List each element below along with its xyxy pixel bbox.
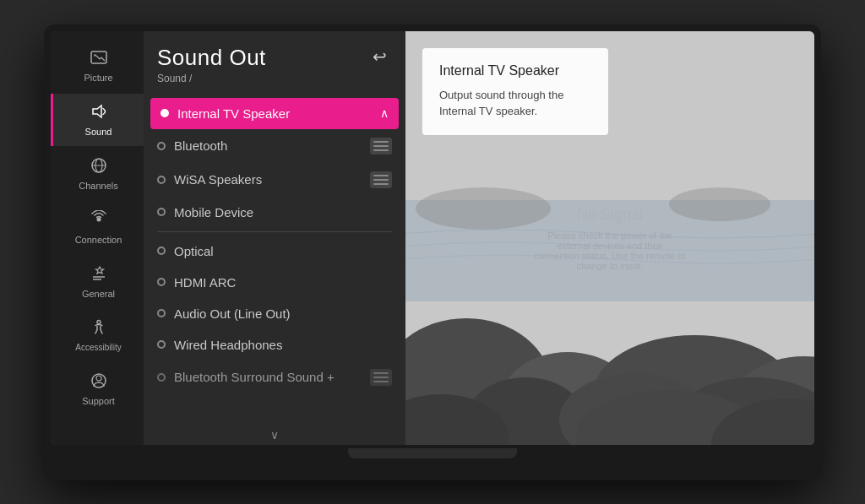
menu-header: Sound Out Sound / ↩: [144, 31, 405, 91]
radio-bt-surround: [157, 373, 166, 382]
sidebar-item-accessibility[interactable]: Accessibility: [51, 310, 144, 361]
menu-item-optical[interactable]: Optical: [144, 236, 405, 267]
svg-point-1: [94, 54, 95, 56]
back-button[interactable]: ↩: [367, 45, 392, 68]
sidebar-item-channels-label: Channels: [79, 181, 117, 192]
sidebar-item-picture-label: Picture: [84, 73, 112, 84]
sidebar-item-sound[interactable]: Sound: [51, 94, 144, 146]
no-signal-area: No Signal Please check the power of the …: [534, 205, 686, 270]
sidebar-item-support-label: Support: [82, 396, 115, 407]
sidebar-item-connection[interactable]: Connection: [51, 202, 144, 254]
svg-rect-0: [91, 51, 106, 63]
list-icon-line: [373, 149, 389, 151]
connection-icon: [90, 210, 108, 231]
list-icon-line: [373, 183, 389, 185]
menu-divider: [157, 231, 392, 232]
sidebar-item-channels[interactable]: Channels: [51, 148, 144, 200]
radio-audio-out: [157, 309, 166, 317]
list-icon-bluetooth: [370, 138, 392, 154]
menu-item-hdmi-arc[interactable]: HDMI ARC: [144, 267, 405, 298]
sidebar-item-support[interactable]: Support: [51, 363, 144, 415]
general-icon: [90, 264, 108, 285]
list-icon-line: [373, 175, 389, 176]
screen-content: Picture Sound: [51, 31, 814, 445]
support-icon: [90, 371, 108, 393]
internal-tv-speaker-label: Internal TV Speaker: [177, 106, 372, 121]
svg-marker-2: [93, 106, 101, 117]
bluetooth-label: Bluetooth: [174, 138, 362, 153]
sidebar-item-accessibility-label: Accessibility: [75, 343, 121, 353]
no-signal-detail: Please check the power of the external d…: [534, 230, 686, 270]
preview-info-description: Output sound through the Internal TV spe…: [439, 87, 591, 120]
radio-internal: [160, 109, 169, 117]
list-icon-line: [373, 179, 389, 181]
hdmi-arc-label: HDMI ARC: [174, 275, 392, 290]
list-icon-line: [373, 381, 389, 382]
scroll-down-indicator: ∨: [144, 425, 405, 445]
tv-screen: Picture Sound: [51, 31, 814, 445]
menu-items-list: Internal TV Speaker ∧ Bluetooth: [144, 91, 405, 425]
picture-icon: [90, 48, 108, 69]
menu-item-bluetooth[interactable]: Bluetooth: [144, 129, 405, 163]
radio-hdmi: [157, 278, 166, 286]
menu-item-mobile-device[interactable]: Mobile Device: [144, 197, 405, 228]
preview-info-title: Internal TV Speaker: [439, 63, 591, 79]
radio-wired: [157, 340, 166, 349]
chevron-up-icon: ∧: [380, 106, 389, 120]
menu-item-audio-out[interactable]: Audio Out (Line Out): [144, 298, 405, 329]
radio-wisa: [157, 176, 166, 184]
sidebar-item-general[interactable]: General: [51, 256, 144, 308]
menu-breadcrumb: Sound /: [157, 73, 266, 84]
list-icon-wisa: [370, 171, 392, 188]
audio-out-label: Audio Out (Line Out): [174, 306, 392, 321]
svg-point-6: [96, 218, 101, 222]
menu-item-internal-tv-speaker[interactable]: Internal TV Speaker ∧: [150, 98, 399, 129]
svg-point-9: [97, 321, 101, 324]
channels-icon: [90, 156, 108, 177]
sidebar-item-sound-label: Sound: [85, 127, 112, 138]
chevron-down-icon: ∨: [270, 428, 279, 442]
accessibility-icon: [90, 318, 108, 339]
tv-frame: Picture Sound: [44, 24, 821, 480]
list-icon-line: [373, 372, 389, 374]
bluetooth-surround-label: Bluetooth Surround Sound +: [174, 370, 362, 384]
list-icon-line: [373, 141, 389, 143]
radio-mobile: [157, 208, 166, 216]
sidebar-item-general-label: General: [82, 289, 115, 300]
menu-panel: Sound Out Sound / ↩ Internal TV Speaker …: [144, 31, 405, 445]
sidebar: Picture Sound: [51, 31, 144, 445]
tv-stand: [348, 448, 517, 458]
svg-point-11: [96, 376, 101, 381]
menu-item-wisa-speakers[interactable]: WiSA Speakers: [144, 163, 405, 197]
mobile-device-label: Mobile Device: [174, 205, 392, 219]
preview-info-box: Internal TV Speaker Output sound through…: [422, 48, 608, 135]
radio-optical: [157, 247, 166, 255]
menu-item-wired-headphones[interactable]: Wired Headphones: [144, 329, 405, 360]
sidebar-item-picture[interactable]: Picture: [51, 40, 144, 92]
sidebar-item-connection-label: Connection: [75, 235, 122, 246]
optical-label: Optical: [174, 244, 392, 258]
radio-bluetooth: [157, 142, 166, 150]
menu-item-bluetooth-surround[interactable]: Bluetooth Surround Sound +: [144, 360, 405, 394]
svg-point-24: [416, 187, 551, 230]
list-icon-line: [373, 145, 389, 147]
sound-icon: [90, 102, 108, 123]
wisa-speakers-label: WiSA Speakers: [174, 172, 362, 187]
wired-headphones-label: Wired Headphones: [174, 338, 392, 352]
preview-panel: No Signal Please check the power of the …: [405, 31, 814, 445]
list-icon-bt-surround: [370, 369, 392, 386]
menu-title: Sound Out: [157, 45, 266, 71]
list-icon-line: [373, 377, 389, 378]
no-signal-title: No Signal: [534, 205, 686, 223]
